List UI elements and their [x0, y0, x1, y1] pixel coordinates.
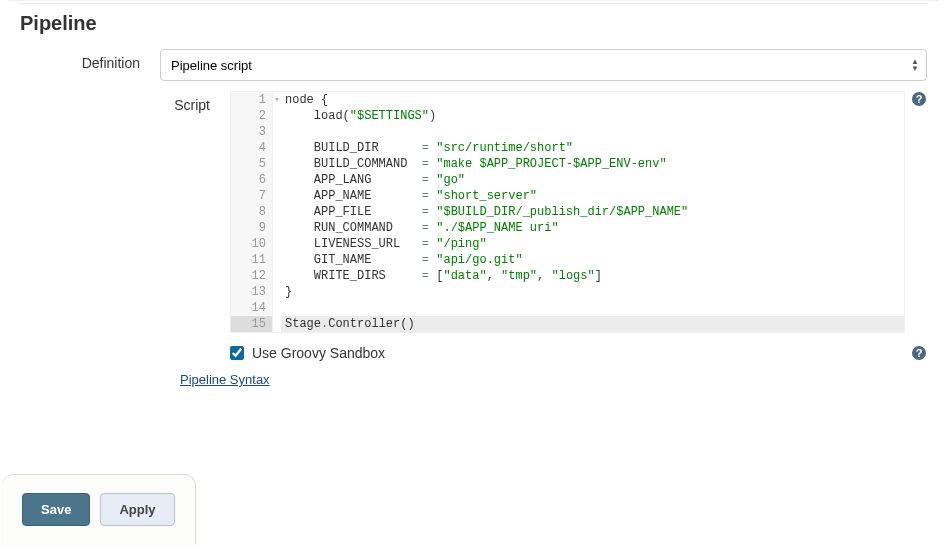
help-icon[interactable]: ?	[905, 345, 927, 361]
svg-text:?: ?	[916, 347, 923, 359]
line-number: 10	[231, 236, 273, 252]
groovy-sandbox-checkbox[interactable]	[230, 346, 244, 360]
definition-label: Definition	[20, 49, 160, 71]
code-text[interactable]: node {	[281, 92, 904, 108]
line-number: 13	[231, 284, 273, 300]
code-line[interactable]: 4 BUILD_DIR = "src/runtime/short"	[231, 140, 904, 156]
code-line[interactable]: 5 BUILD_COMMAND = "make $APP_PROJECT-$AP…	[231, 156, 904, 172]
line-number: 4	[231, 140, 273, 156]
line-number: 3	[231, 124, 273, 140]
groovy-sandbox-label: Use Groovy Sandbox	[252, 345, 905, 361]
code-line[interactable]: 15Stage.Controller()	[231, 316, 904, 332]
line-number: 11	[231, 252, 273, 268]
code-text[interactable]: }	[281, 284, 904, 300]
code-line[interactable]: 8 APP_FILE = "$BUILD_DIR/_publish_dir/$A…	[231, 204, 904, 220]
apply-button[interactable]: Apply	[100, 493, 174, 526]
line-number: 2	[231, 108, 273, 124]
line-number: 1	[231, 92, 273, 108]
script-editor[interactable]: 1▾node {2 load("$SETTINGS")34 BUILD_DIR …	[230, 91, 905, 333]
code-line[interactable]: 7 APP_NAME = "short_server"	[231, 188, 904, 204]
line-number: 5	[231, 156, 273, 172]
code-line[interactable]: 11 GIT_NAME = "api/go.git"	[231, 252, 904, 268]
fold-icon	[273, 172, 281, 188]
code-line[interactable]: 12 WRITE_DIRS = ["data", "tmp", "logs"]	[231, 268, 904, 284]
fold-icon	[273, 108, 281, 124]
code-line[interactable]: 3	[231, 124, 904, 140]
code-text[interactable]: WRITE_DIRS = ["data", "tmp", "logs"]	[281, 268, 904, 284]
code-text[interactable]	[281, 300, 904, 316]
code-text[interactable]: load("$SETTINGS")	[281, 108, 904, 124]
code-text[interactable]: BUILD_COMMAND = "make $APP_PROJECT-$APP_…	[281, 156, 904, 172]
fold-icon	[273, 204, 281, 220]
code-text[interactable]: BUILD_DIR = "src/runtime/short"	[281, 140, 904, 156]
fold-icon	[273, 236, 281, 252]
code-text[interactable]: Stage.Controller()	[281, 316, 904, 332]
code-text[interactable]: RUN_COMMAND = "./$APP_NAME uri"	[281, 220, 904, 236]
fold-icon	[273, 268, 281, 284]
fold-icon	[273, 156, 281, 172]
line-number: 12	[231, 268, 273, 284]
svg-text:?: ?	[916, 93, 923, 105]
line-number: 8	[231, 204, 273, 220]
fold-icon[interactable]: ▾	[273, 92, 281, 108]
code-text[interactable]	[281, 124, 904, 140]
code-text[interactable]: APP_FILE = "$BUILD_DIR/_publish_dir/$APP…	[281, 204, 904, 220]
save-button[interactable]: Save	[22, 493, 90, 526]
help-icon[interactable]: ?	[905, 91, 927, 107]
code-text[interactable]: APP_LANG = "go"	[281, 172, 904, 188]
code-text[interactable]: APP_NAME = "short_server"	[281, 188, 904, 204]
fold-icon	[273, 188, 281, 204]
code-line[interactable]: 6 APP_LANG = "go"	[231, 172, 904, 188]
fold-icon	[273, 252, 281, 268]
definition-select[interactable]: Pipeline script	[160, 49, 927, 81]
code-line[interactable]: 13}	[231, 284, 904, 300]
code-line[interactable]: 14	[231, 300, 904, 316]
fold-icon	[273, 124, 281, 140]
fold-icon	[273, 300, 281, 316]
line-number: 14	[231, 300, 273, 316]
line-number: 7	[231, 188, 273, 204]
code-text[interactable]: GIT_NAME = "api/go.git"	[281, 252, 904, 268]
code-line[interactable]: 10 LIVENESS_URL = "/ping"	[231, 236, 904, 252]
code-line[interactable]: 9 RUN_COMMAND = "./$APP_NAME uri"	[231, 220, 904, 236]
code-text[interactable]: LIVENESS_URL = "/ping"	[281, 236, 904, 252]
fold-icon	[273, 284, 281, 300]
code-line[interactable]: 2 load("$SETTINGS")	[231, 108, 904, 124]
section-title: Pipeline	[20, 3, 927, 49]
line-number: 15	[231, 316, 273, 332]
line-number: 6	[231, 172, 273, 188]
script-label: Script	[20, 91, 230, 113]
button-bar: Save Apply	[2, 474, 196, 544]
fold-icon	[273, 316, 281, 332]
pipeline-syntax-link[interactable]: Pipeline Syntax	[180, 372, 270, 387]
fold-icon	[273, 220, 281, 236]
line-number: 9	[231, 220, 273, 236]
code-line[interactable]: 1▾node {	[231, 92, 904, 108]
fold-icon	[273, 140, 281, 156]
